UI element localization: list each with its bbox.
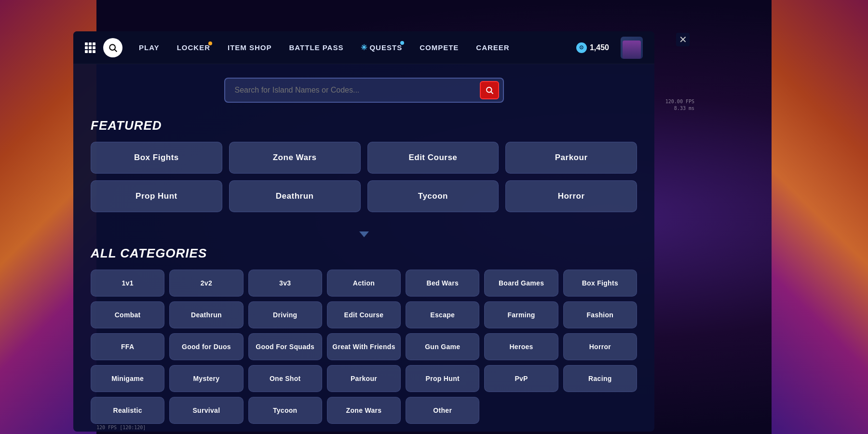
featured-item-box-fights[interactable]: Box Fights: [91, 142, 222, 174]
category-item-farming[interactable]: Farming: [484, 301, 558, 328]
category-item-prop-hunt[interactable]: Prop Hunt: [406, 365, 479, 392]
avatar[interactable]: [621, 37, 643, 59]
category-item-2v2[interactable]: 2v2: [169, 270, 243, 297]
featured-item-zone-wars[interactable]: Zone Wars: [229, 142, 361, 174]
category-item-heroes[interactable]: Heroes: [484, 333, 558, 360]
search-bar: [224, 78, 504, 103]
category-item-good-for-duos[interactable]: Good for Duos: [169, 333, 243, 360]
quests-notification-dot: [400, 41, 404, 45]
category-item-parkour[interactable]: Parkour: [327, 365, 401, 392]
svg-point-2: [487, 87, 492, 93]
category-item-other[interactable]: Other: [406, 397, 479, 424]
category-item-realistic[interactable]: Realistic: [91, 397, 164, 424]
vbucks-icon: ⊙: [576, 42, 587, 53]
bottom-fps: 120 FPS [120:120]: [96, 425, 146, 430]
bg-right-decoration: [772, 0, 868, 434]
svg-line-1: [115, 49, 117, 52]
category-item-minigame[interactable]: Minigame: [91, 365, 164, 392]
category-item-combat[interactable]: Combat: [91, 301, 164, 328]
category-item-3v3[interactable]: 3v3: [248, 270, 322, 297]
category-item-one-shot[interactable]: One Shot: [248, 365, 322, 392]
featured-grid: Box FightsZone WarsEdit CourseParkourPro…: [91, 142, 637, 212]
category-item-1v1[interactable]: 1v1: [91, 270, 164, 297]
category-item-gun-game[interactable]: Gun Game: [406, 333, 479, 360]
svg-point-0: [109, 44, 115, 50]
category-item-great-with-friends[interactable]: Great With Friends: [327, 333, 401, 360]
main-panel: PLAY LOCKER ITEM SHOP BATTLE PASS ✳ QUES…: [73, 31, 654, 432]
content-area: FEATURED Box FightsZone WarsEdit CourseP…: [73, 64, 654, 432]
nav-career[interactable]: CAREER: [469, 43, 516, 52]
category-item-tycoon[interactable]: Tycoon: [248, 397, 322, 424]
category-item-escape[interactable]: Escape: [406, 301, 479, 328]
fps-indicator: 120.00 FPS 8.33 ms: [665, 98, 694, 112]
category-item-mystery[interactable]: Mystery: [169, 365, 243, 392]
featured-item-prop-hunt[interactable]: Prop Hunt: [91, 180, 222, 212]
nav-search-button[interactable]: [103, 38, 122, 57]
nav-compete[interactable]: COMPETE: [413, 43, 465, 52]
category-item-pvp[interactable]: PvP: [484, 365, 558, 392]
featured-item-deathrun[interactable]: Deathrun: [229, 180, 361, 212]
search-submit-button[interactable]: [480, 81, 499, 99]
category-item-zone-wars[interactable]: Zone Wars: [327, 397, 401, 424]
svg-line-3: [491, 92, 493, 94]
categories-grid: 1v12v23v3ActionBed WarsBoard GamesBox Fi…: [91, 270, 637, 424]
nav-play[interactable]: PLAY: [132, 43, 166, 52]
featured-item-horror[interactable]: Horror: [505, 180, 637, 212]
category-item-survival[interactable]: Survival: [169, 397, 243, 424]
category-item-box-fights[interactable]: Box Fights: [563, 270, 637, 297]
category-item-action[interactable]: Action: [327, 270, 401, 297]
search-container: [91, 78, 637, 103]
featured-item-parkour[interactable]: Parkour: [505, 142, 637, 174]
category-item-racing[interactable]: Racing: [563, 365, 637, 392]
category-item-bed-wars[interactable]: Bed Wars: [406, 270, 479, 297]
quests-snowflake-icon: ✳: [361, 43, 367, 52]
category-item-edit-course[interactable]: Edit Course: [327, 301, 401, 328]
locker-notification-dot: [208, 41, 212, 45]
category-item-driving[interactable]: Driving: [248, 301, 322, 328]
navbar: PLAY LOCKER ITEM SHOP BATTLE PASS ✳ QUES…: [73, 31, 654, 64]
category-item-good-for-squads[interactable]: Good For Squads: [248, 333, 322, 360]
category-item-horror[interactable]: Horror: [563, 333, 637, 360]
all-categories-title: ALL CATEGORIES: [91, 246, 637, 261]
grid-icon[interactable]: [85, 42, 95, 53]
category-item-board-games[interactable]: Board Games: [484, 270, 558, 297]
featured-item-tycoon[interactable]: Tycoon: [367, 180, 499, 212]
nav-battle-pass[interactable]: BATTLE PASS: [283, 43, 351, 52]
category-item-ffa[interactable]: FFA: [91, 333, 164, 360]
vbucks-container: ⊙ 1,450: [576, 42, 609, 53]
featured-title: FEATURED: [91, 118, 637, 133]
nav-item-shop[interactable]: ITEM SHOP: [221, 43, 279, 52]
category-item-deathrun[interactable]: Deathrun: [169, 301, 243, 328]
category-item-fashion[interactable]: Fashion: [563, 301, 637, 328]
featured-item-edit-course[interactable]: Edit Course: [367, 142, 499, 174]
search-input[interactable]: [235, 86, 476, 95]
nav-locker[interactable]: LOCKER: [170, 43, 217, 52]
vbucks-amount: 1,450: [590, 43, 609, 52]
nav-quests[interactable]: ✳ QUESTS: [354, 43, 409, 52]
scroll-arrow: [91, 231, 637, 237]
close-button[interactable]: ✕: [676, 33, 690, 46]
